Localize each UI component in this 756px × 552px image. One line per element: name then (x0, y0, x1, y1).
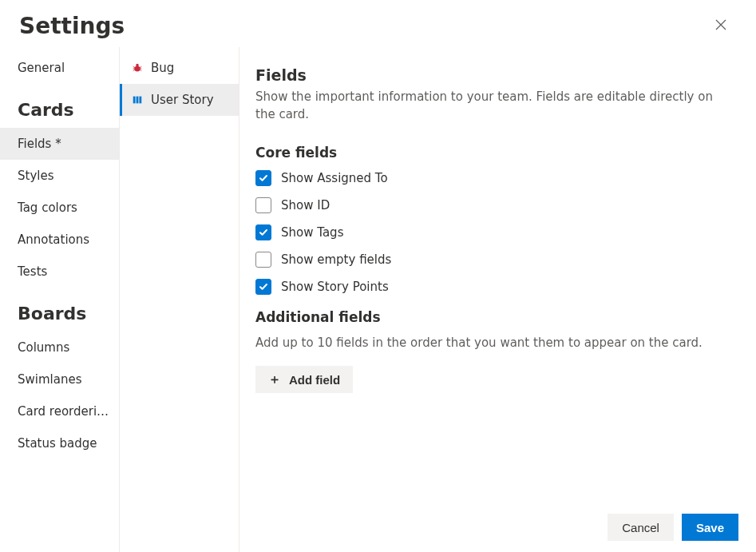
svg-point-1 (136, 64, 139, 67)
sidebar-item[interactable]: Card reorderi… (0, 395, 119, 427)
checkbox-label: Show ID (281, 198, 330, 212)
work-item-type-label: Bug (151, 61, 174, 75)
sidebar-item[interactable]: Fields * (0, 128, 119, 160)
close-icon (715, 19, 726, 33)
checkbox[interactable] (255, 197, 271, 213)
svg-rect-2 (133, 97, 136, 104)
svg-rect-4 (139, 97, 141, 104)
sidebar-item[interactable]: Columns (0, 332, 119, 363)
core-field-option[interactable]: Show Story Points (255, 279, 734, 295)
cancel-button[interactable]: Cancel (608, 514, 674, 541)
add-field-button[interactable]: ＋ Add field (255, 366, 353, 393)
dialog-header: Settings (0, 0, 756, 47)
dialog-footer: Cancel Save (608, 514, 738, 541)
core-field-option[interactable]: Show empty fields (255, 252, 734, 268)
sidebar-nav: General CardsFields *StylesTag colorsAnn… (0, 47, 120, 552)
sidebar-section-header: Boards (0, 288, 119, 332)
core-fields-title: Core fields (255, 145, 734, 161)
sidebar-item[interactable]: Tag colors (0, 192, 119, 224)
sidebar-item[interactable]: Swimlanes (0, 363, 119, 395)
add-field-label: Add field (289, 373, 340, 387)
checkbox-label: Show Story Points (281, 280, 389, 294)
user-story-icon (131, 93, 144, 106)
core-field-option[interactable]: Show Tags (255, 224, 734, 240)
settings-dialog: Settings General CardsFields *StylesTag … (0, 0, 756, 552)
work-item-types-list: BugUser Story (120, 47, 239, 552)
checkbox-label: Show Tags (281, 225, 343, 240)
core-fields-list: Show Assigned ToShow IDShow TagsShow emp… (255, 170, 734, 295)
sidebar-item[interactable]: Tests (0, 256, 119, 288)
fields-description: Show the important information to your t… (255, 89, 734, 124)
plus-icon: ＋ (268, 373, 281, 386)
dialog-body: General CardsFields *StylesTag colorsAnn… (0, 47, 756, 552)
sidebar-section-header: Cards (0, 84, 119, 128)
save-button[interactable]: Save (682, 514, 738, 541)
checkbox[interactable] (255, 224, 271, 240)
fields-title: Fields (255, 66, 734, 84)
sidebar-item[interactable]: Annotations (0, 224, 119, 256)
sidebar-item[interactable]: Status badge (0, 427, 119, 459)
checkbox[interactable] (255, 252, 271, 268)
svg-rect-3 (137, 97, 139, 104)
core-field-option[interactable]: Show ID (255, 197, 734, 213)
checkbox[interactable] (255, 170, 271, 186)
checkbox-label: Show empty fields (281, 252, 391, 267)
bug-icon (131, 62, 144, 74)
core-field-option[interactable]: Show Assigned To (255, 170, 734, 186)
content-pane: Fields Show the important information to… (239, 47, 756, 552)
svg-point-0 (135, 66, 141, 71)
checkbox[interactable] (255, 279, 271, 295)
additional-fields-description: Add up to 10 fields in the order that yo… (255, 335, 734, 352)
checkbox-label: Show Assigned To (281, 171, 388, 185)
dialog-title: Settings (19, 13, 125, 39)
work-item-type[interactable]: Bug (120, 52, 239, 84)
work-item-type-label: User Story (151, 93, 214, 107)
additional-fields-title: Additional fields (255, 309, 734, 325)
sidebar-item[interactable]: General (0, 52, 119, 84)
sidebar-item[interactable]: Styles (0, 160, 119, 192)
work-item-type[interactable]: User Story (120, 84, 239, 116)
close-button[interactable] (708, 14, 734, 39)
